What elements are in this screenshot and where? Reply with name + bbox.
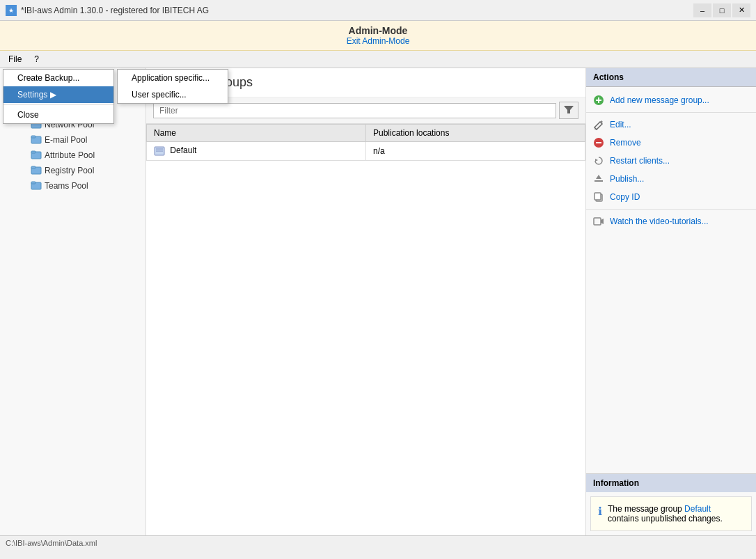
close-button[interactable]: ✕ bbox=[732, 3, 750, 17]
attribute-pool-label: Attribute Pool bbox=[45, 150, 95, 160]
add-new-action[interactable]: Add new message group... bbox=[586, 91, 756, 109]
exit-admin-link[interactable]: Exit Admin-Mode bbox=[347, 36, 410, 46]
user-specific-item[interactable]: User specific... bbox=[118, 86, 228, 103]
registry-pool-icon bbox=[31, 165, 42, 176]
actions-panel: Actions Add new message group... bbox=[585, 68, 756, 535]
admin-banner: Admin-Mode Exit Admin-Mode bbox=[0, 21, 756, 51]
data-table: Name Publication locations Default bbox=[146, 124, 585, 161]
sidebar-item-email-pool[interactable]: E-mail Pool bbox=[0, 132, 145, 148]
row-icon bbox=[154, 145, 165, 157]
actions-list: Add new message group... Edit... bbox=[586, 87, 756, 473]
file-dropdown: Create Backup... Settings ▶ Close bbox=[3, 69, 114, 124]
information-header: Information bbox=[586, 474, 756, 492]
col-publication: Publication locations bbox=[366, 125, 585, 142]
add-new-label: Add new message group... bbox=[610, 95, 709, 105]
filter-icon bbox=[564, 104, 574, 114]
app-specific-item[interactable]: Application specific... bbox=[118, 70, 228, 86]
actions-header: Actions bbox=[586, 68, 756, 87]
registry-pool-label: Registry Pool bbox=[45, 166, 94, 175]
information-content: ℹ The message group Default contains unp… bbox=[590, 496, 752, 531]
watch-videos-action[interactable]: Watch the video-tutorials... bbox=[586, 212, 756, 230]
restart-action[interactable]: Restart clients... bbox=[586, 152, 756, 170]
sidebar-item-registry-pool[interactable]: Registry Pool bbox=[0, 163, 145, 178]
info-text: The message group Default contains unpub… bbox=[608, 504, 744, 523]
remove-label: Remove bbox=[610, 138, 641, 148]
video-icon bbox=[593, 216, 604, 227]
svg-rect-11 bbox=[31, 151, 36, 153]
minimize-button[interactable]: – bbox=[693, 3, 711, 17]
email-pool-label: E-mail Pool bbox=[45, 135, 87, 145]
info-icon: ℹ bbox=[598, 505, 602, 518]
settings-submenu: Application specific... User specific... bbox=[117, 69, 228, 104]
teams-pool-label: Teams Pool bbox=[45, 181, 88, 191]
info-text-suffix: contains unpublished changes. bbox=[608, 514, 723, 523]
svg-rect-9 bbox=[31, 136, 36, 138]
row-name: Default bbox=[170, 145, 196, 155]
pencil-icon bbox=[593, 119, 604, 130]
info-text-prefix: The message group bbox=[608, 504, 684, 514]
maximize-button[interactable]: □ bbox=[713, 3, 731, 17]
create-backup-item[interactable]: Create Backup... bbox=[3, 70, 113, 86]
row-name-cell: Default bbox=[147, 142, 366, 161]
admin-title: Admin-Mode bbox=[4, 25, 752, 36]
svg-marker-26 bbox=[595, 159, 598, 162]
edit-action[interactable]: Edit... bbox=[586, 116, 756, 134]
watch-videos-label: Watch the video-tutorials... bbox=[610, 216, 709, 226]
teams-pool-icon bbox=[31, 180, 42, 191]
app-icon: ★ bbox=[6, 5, 17, 16]
filter-button[interactable] bbox=[559, 102, 578, 119]
information-panel: Information ℹ The message group Default … bbox=[586, 473, 756, 535]
remove-icon bbox=[593, 137, 604, 148]
svg-rect-30 bbox=[594, 193, 601, 200]
settings-item[interactable]: Settings ▶ bbox=[3, 86, 113, 103]
title-bar-title: *IBI-aws Admin 1.30.0 - registered for I… bbox=[21, 6, 209, 15]
svg-rect-27 bbox=[594, 180, 603, 182]
filter-input[interactable] bbox=[153, 103, 556, 118]
svg-rect-31 bbox=[594, 218, 601, 225]
col-name: Name bbox=[147, 125, 366, 142]
file-menu[interactable]: File bbox=[3, 52, 27, 66]
svg-marker-16 bbox=[564, 106, 574, 113]
info-default-link[interactable]: Default bbox=[684, 504, 711, 514]
attribute-pool-icon bbox=[31, 150, 42, 161]
row-publication: n/a bbox=[366, 142, 585, 161]
restart-label: Restart clients... bbox=[610, 156, 670, 166]
status-bar: C:\IBI-aws\Admin\Data.xml bbox=[0, 535, 756, 549]
publish-action[interactable]: Publish... bbox=[586, 170, 756, 188]
sidebar-item-attribute-pool[interactable]: Attribute Pool bbox=[0, 148, 145, 163]
title-bar-left: ★ *IBI-aws Admin 1.30.0 - registered for… bbox=[6, 5, 209, 16]
title-bar-controls: – □ ✕ bbox=[693, 3, 750, 17]
menu-bar: File ? Create Backup... Settings ▶ Close… bbox=[0, 51, 756, 68]
remove-action[interactable]: Remove bbox=[586, 134, 756, 152]
copy-id-label: Copy ID bbox=[610, 192, 640, 202]
svg-marker-28 bbox=[596, 175, 601, 179]
close-item[interactable]: Close bbox=[3, 107, 113, 123]
svg-rect-13 bbox=[31, 166, 36, 168]
sidebar-item-teams-pool[interactable]: Teams Pool bbox=[0, 178, 145, 194]
main-layout: ▶ Templates Static Messages ▶ Applicatio… bbox=[0, 68, 756, 535]
help-menu[interactable]: ? bbox=[29, 52, 45, 66]
edit-label: Edit... bbox=[610, 120, 631, 129]
copy-id-action[interactable]: Copy ID bbox=[586, 188, 756, 206]
copy-icon bbox=[593, 191, 604, 203]
plus-circle-icon bbox=[593, 95, 604, 106]
table-scroll: Name Publication locations Default bbox=[146, 124, 585, 535]
sidebar: ▶ Templates Static Messages ▶ Applicatio… bbox=[0, 68, 146, 535]
restart-icon bbox=[593, 155, 604, 166]
email-pool-icon bbox=[31, 134, 42, 145]
publish-label: Publish... bbox=[610, 174, 644, 184]
table-row[interactable]: Default n/a bbox=[147, 142, 585, 161]
content-area: Message groups Name Publication location… bbox=[146, 68, 585, 535]
svg-rect-15 bbox=[31, 182, 36, 184]
title-bar: ★ *IBI-aws Admin 1.30.0 - registered for… bbox=[0, 0, 756, 21]
publish-icon bbox=[593, 173, 604, 184]
status-path: C:\IBI-aws\Admin\Data.xml bbox=[6, 539, 97, 547]
